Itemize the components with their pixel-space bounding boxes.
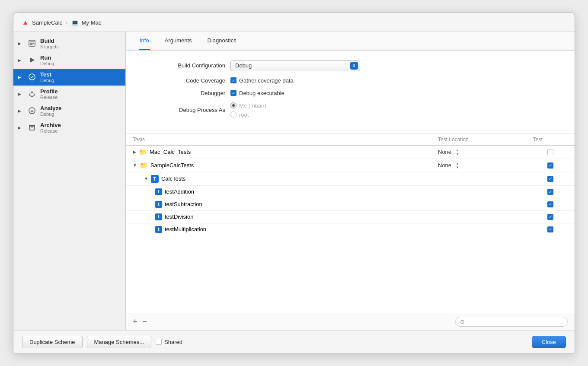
test-check-addition: ✓: [533, 189, 568, 195]
duplicate-scheme-button[interactable]: Duplicate Scheme: [22, 336, 83, 348]
run-sublabel: Debug: [40, 61, 54, 66]
debug-process-label: Debug Process As: [139, 107, 225, 113]
test-checkbox-multiplication[interactable]: ✓: [547, 226, 553, 232]
build-config-dropdown[interactable]: Debug ⬍: [230, 60, 360, 71]
test-row-name-addition: t testAddition: [133, 188, 438, 195]
tab-diagnostics[interactable]: Diagnostics: [207, 32, 237, 51]
info-panel: Build Configuration Debug ⬍ Code Coverag…: [126, 51, 575, 134]
build-config-control: Debug ⬍: [230, 60, 360, 71]
device-icon: 💻: [71, 19, 79, 27]
build-config-row: Build Configuration Debug ⬍: [139, 60, 562, 71]
debugger-label: Debugger: [139, 90, 225, 96]
table-row: ▶ 📁 Mac_Calc_Tests None ▲▼: [126, 146, 575, 159]
device-name: My Mac: [82, 19, 102, 26]
test-checkbox-calc-tests[interactable]: ✓: [547, 176, 553, 182]
location-spinner-sample-calc[interactable]: ▲▼: [456, 162, 459, 169]
test-name-mac-calc: Mac_Calc_Tests: [150, 149, 191, 155]
sidebar-item-test[interactable]: ▶ Test Debug: [13, 69, 125, 86]
test-icon-subtraction: t: [155, 201, 162, 208]
radio-option-root[interactable]: root: [230, 111, 266, 118]
test-row-name-subtraction: t testSubtraction: [133, 201, 438, 208]
sidebar-item-analyze[interactable]: ▶ A Analyze Debug: [13, 102, 125, 119]
debugger-checkbox[interactable]: ✓: [230, 90, 236, 96]
expand-arrow-test: ▶: [18, 75, 24, 80]
expand-arrow-mac-calc[interactable]: ▶: [133, 150, 136, 154]
analyze-label: Analyze: [40, 105, 61, 111]
table-row: t testDivision ✓: [126, 211, 575, 223]
test-icon-addition: t: [155, 188, 162, 195]
content-area: ▶ Build 3 targets ▶: [13, 32, 575, 330]
debug-process-row: Debug Process As Me (mbair) root: [139, 102, 562, 118]
radio-me-label: Me (mbair): [239, 102, 266, 109]
build-label: Build: [40, 38, 59, 44]
profile-sublabel: Release: [40, 95, 58, 100]
code-coverage-checkbox[interactable]: ✓: [230, 77, 236, 83]
test-check-division: ✓: [533, 214, 568, 220]
add-test-button[interactable]: +: [133, 317, 137, 326]
tab-arguments[interactable]: Arguments: [164, 32, 193, 51]
none-label-mac-calc: None: [438, 149, 451, 155]
test-row-name-calc-tests: ▼ T CalcTests: [133, 175, 438, 183]
test-checkbox-sample-calc[interactable]: ✓: [547, 162, 553, 169]
archive-label: Archive: [40, 122, 61, 128]
location-spinner-mac-calc[interactable]: ▲▼: [456, 148, 459, 156]
code-coverage-text: Gather coverage data: [239, 77, 294, 84]
class-icon-calc-tests: T: [151, 175, 159, 183]
code-coverage-checkbox-row: ✓ Gather coverage data: [230, 77, 294, 84]
test-label: Test: [40, 71, 54, 78]
build-icon: [27, 38, 37, 48]
app-icon: 🔺: [21, 19, 29, 27]
build-sublabel: 3 targets: [40, 44, 59, 49]
test-checkbox-division[interactable]: ✓: [547, 214, 553, 220]
table-row: ▼ T CalcTests ✓: [126, 172, 575, 186]
scheme-editor-dialog: 🔺 SampleCalc › 💻 My Mac ▶ Build: [13, 13, 575, 354]
test-checkbox-addition[interactable]: ✓: [547, 189, 553, 195]
filter-box: ⊙: [455, 317, 568, 327]
code-coverage-row: Code Coverage ✓ Gather coverage data: [139, 77, 562, 84]
tab-info[interactable]: Info: [139, 32, 150, 51]
build-config-value: Debug: [235, 62, 252, 69]
profile-label: Profile: [40, 88, 58, 95]
test-icon: [27, 72, 37, 82]
expand-arrow-calc-tests[interactable]: ▼: [144, 176, 148, 181]
table-row: t testAddition ✓: [126, 186, 575, 198]
radio-root-label: root: [239, 111, 249, 118]
shared-checkbox[interactable]: [156, 339, 162, 345]
test-row-name-mac-calc: ▶ 📁 Mac_Calc_Tests: [133, 148, 438, 156]
debug-process-control: Me (mbair) root: [230, 102, 266, 118]
sidebar: ▶ Build 3 targets ▶: [13, 32, 126, 330]
app-name: SampleCalc: [32, 19, 62, 26]
tests-table-body: ▶ 📁 Mac_Calc_Tests None ▲▼: [126, 146, 575, 313]
debugger-checkbox-row: ✓ Debug executable: [230, 90, 284, 96]
tests-footer: + − ⊙: [126, 313, 575, 330]
test-check-calc-tests: ✓: [533, 176, 568, 182]
test-checkbox-mac-calc[interactable]: [547, 149, 553, 155]
expand-arrow-analyze: ▶: [18, 108, 24, 113]
sidebar-item-profile[interactable]: ▶ Profile Release: [13, 86, 125, 102]
radio-group-debug-process: Me (mbair) root: [230, 102, 266, 118]
test-check-multiplication: ✓: [533, 226, 568, 232]
manage-schemes-button[interactable]: Manage Schemes...: [87, 336, 152, 348]
radio-me-indicator: [230, 102, 236, 108]
sidebar-item-archive[interactable]: ▶ Archive Release: [13, 119, 125, 136]
test-check-mac-calc: [533, 149, 568, 155]
filter-input[interactable]: [467, 318, 563, 325]
test-name-sample-calc: SampleCalcTests: [150, 162, 194, 169]
test-name-multiplication: testMultiplication: [165, 226, 206, 232]
remove-test-button[interactable]: −: [143, 317, 147, 326]
radio-root-indicator: [230, 111, 236, 118]
table-row: t testSubtraction ✓: [126, 198, 575, 211]
run-label: Run: [40, 54, 54, 61]
code-coverage-control: ✓ Gather coverage data: [230, 77, 294, 84]
close-button[interactable]: Close: [532, 336, 566, 348]
folder-icon-mac-calc: 📁: [139, 148, 147, 156]
expand-arrow-sample-calc[interactable]: ▼: [133, 163, 137, 168]
test-icon-multiplication: t: [155, 226, 162, 233]
radio-option-me[interactable]: Me (mbair): [230, 102, 266, 109]
test-name-division: testDivision: [165, 213, 193, 220]
debugger-row: Debugger ✓ Debug executable: [139, 90, 562, 96]
sidebar-item-run[interactable]: ▶ Run Debug: [13, 52, 125, 69]
sidebar-item-build[interactable]: ▶ Build 3 targets: [13, 35, 125, 52]
test-col-header: Test: [533, 137, 568, 143]
test-checkbox-subtraction[interactable]: ✓: [547, 201, 553, 207]
